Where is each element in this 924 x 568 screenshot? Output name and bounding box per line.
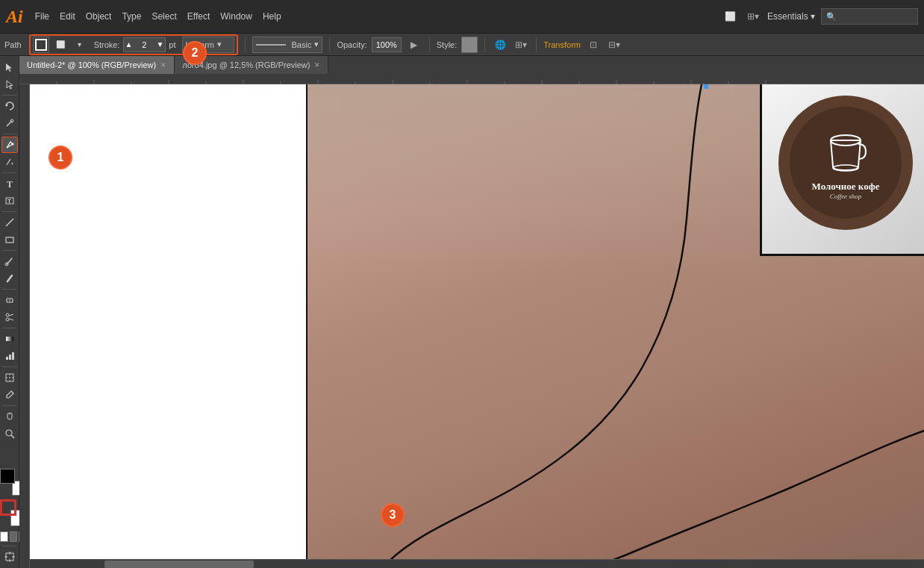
- coffee-logo-bg: Молочное кофе Coffee shop: [778, 96, 913, 230]
- grid-icon[interactable]: ⊞▾: [513, 37, 529, 53]
- search-input[interactable]: [821, 8, 918, 25]
- screen-mode-icon[interactable]: ⬜: [722, 8, 739, 25]
- white-color-button[interactable]: [0, 531, 8, 542]
- menu-effect[interactable]: Effect: [187, 11, 210, 22]
- magic-wand-tool[interactable]: [1, 115, 18, 131]
- blob-brush-tool[interactable]: [1, 270, 18, 287]
- left-toolbar: + T T: [0, 56, 19, 568]
- rectangle-tool[interactable]: [1, 231, 18, 248]
- callout-3: 3: [381, 503, 405, 527]
- separator-5: [536, 38, 537, 52]
- ruler-top: [19, 74, 924, 84]
- tab-logo-close[interactable]: ✕: [314, 61, 320, 69]
- svg-text:T: T: [7, 198, 11, 205]
- ruler-left: [19, 84, 30, 568]
- menu-object[interactable]: Object: [86, 11, 112, 22]
- photo-canvas: Молочное кофе Coffee shop: [306, 84, 924, 568]
- menu-select[interactable]: Select: [152, 11, 176, 22]
- toolbar-sep-4: [2, 211, 17, 212]
- svg-line-25: [11, 435, 14, 438]
- gradient-tool[interactable]: [1, 331, 18, 347]
- slice-tool[interactable]: [1, 369, 18, 386]
- eraser-tool[interactable]: [1, 292, 18, 308]
- scrollbar-thumb-h[interactable]: [104, 561, 254, 568]
- line-style-arrow-icon: ▾: [314, 40, 319, 49]
- stroke-color-inner: [35, 39, 47, 51]
- options-bar: Path ⬜ ▾ Stroke: ▲ ▼ pt Uniform ▾ Basic …: [0, 34, 924, 56]
- separator-1: [245, 38, 246, 52]
- tab-untitled[interactable]: Untitled-2* @ 100% (RGB/Preview) ✕: [19, 56, 175, 74]
- area-type-tool[interactable]: T: [1, 193, 18, 209]
- select-tool[interactable]: [1, 59, 18, 75]
- canvas-area: Untitled-2* @ 100% (RGB/Preview) ✕ лого4…: [19, 56, 924, 568]
- line-style-label: Basic: [292, 40, 312, 49]
- canvas-border: [306, 84, 308, 568]
- essentials-button[interactable]: Essentials ▾: [767, 11, 815, 22]
- svg-point-24: [6, 430, 12, 436]
- globe-icon[interactable]: 🌐: [492, 37, 508, 53]
- stroke-value-input[interactable]: [134, 37, 154, 52]
- svg-rect-17: [6, 337, 13, 341]
- uniform-arrow-icon: ▾: [217, 40, 222, 49]
- toolbar-sep-3: [2, 172, 17, 173]
- transform-button[interactable]: Transform: [543, 40, 581, 49]
- menu-help[interactable]: Help: [263, 11, 281, 22]
- toolbar-sep-2: [2, 134, 17, 134]
- rotate-tool[interactable]: [1, 98, 18, 114]
- toolbar-sep-7: [2, 328, 17, 328]
- chart-tool[interactable]: [1, 348, 18, 364]
- toolbar-sep-6: [2, 289, 17, 290]
- menu-window[interactable]: Window: [220, 11, 252, 22]
- line-tool[interactable]: [1, 214, 18, 231]
- separator-3: [429, 38, 430, 52]
- svg-rect-9: [6, 237, 13, 243]
- line-style-dropdown[interactable]: Basic ▾: [252, 37, 323, 53]
- svg-line-1: [7, 121, 12, 126]
- callout-2: 2: [183, 41, 207, 65]
- toolbar-sep-9: [2, 405, 17, 406]
- svg-text:+: +: [10, 160, 14, 167]
- foreground-color-swatch[interactable]: [0, 469, 15, 484]
- opacity-arrow-icon[interactable]: ▶: [406, 37, 422, 53]
- type-tool[interactable]: T: [1, 175, 18, 192]
- scissors-tool[interactable]: [1, 309, 18, 325]
- eyedropper-tool[interactable]: [1, 387, 18, 403]
- coffee-name-text: Молочное кофе: [812, 181, 880, 193]
- svg-rect-19: [9, 355, 11, 360]
- stroke-shape-icon[interactable]: ⬜: [52, 37, 69, 53]
- menu-type[interactable]: Type: [122, 11, 141, 22]
- direct-select-tool[interactable]: [1, 76, 18, 93]
- coffee-logo-inner: Молочное кофе Coffee shop: [790, 107, 902, 219]
- view-toggle-icon[interactable]: ⊞▾: [745, 8, 761, 25]
- tab-untitled-label: Untitled-2* @ 100% (RGB/Preview): [27, 60, 156, 69]
- separator-4: [484, 38, 485, 52]
- toolbar-sep-5: [2, 250, 17, 251]
- svg-rect-20: [12, 352, 14, 360]
- opacity-label: Opacity:: [337, 40, 366, 49]
- stroke-unit: pt: [169, 40, 175, 49]
- stroke-type-icon[interactable]: ▾: [72, 37, 88, 53]
- stroke-color-swatch[interactable]: [33, 37, 49, 53]
- align-icon[interactable]: ⊟▾: [606, 37, 622, 53]
- svg-point-3: [11, 143, 13, 146]
- style-swatch[interactable]: [461, 37, 478, 53]
- artboard-tool[interactable]: [1, 549, 18, 565]
- menu-edit[interactable]: Edit: [60, 11, 75, 22]
- svg-point-14: [6, 318, 9, 321]
- tab-untitled-close[interactable]: ✕: [160, 61, 166, 69]
- callout-1: 1: [49, 146, 72, 169]
- menu-right: ⬜ ⊞▾ Essentials ▾: [722, 8, 918, 25]
- scrollbar-horizontal[interactable]: [30, 559, 924, 568]
- gray-color-button[interactable]: [10, 531, 18, 542]
- add-anchor-tool[interactable]: +: [1, 154, 18, 170]
- transform-icon[interactable]: ⊡: [585, 37, 602, 53]
- tab-bar: Untitled-2* @ 100% (RGB/Preview) ✕ лого4…: [19, 56, 924, 74]
- pen-tool[interactable]: [1, 137, 18, 153]
- paintbrush-tool[interactable]: [1, 253, 18, 269]
- menu-items: File Edit Object Type Select Effect Wind…: [35, 11, 722, 22]
- hand-tool[interactable]: [1, 408, 18, 425]
- menu-file[interactable]: File: [35, 11, 49, 22]
- stroke-swatch-active[interactable]: [0, 499, 16, 516]
- zoom-tool[interactable]: [1, 425, 18, 442]
- opacity-input[interactable]: [372, 37, 401, 52]
